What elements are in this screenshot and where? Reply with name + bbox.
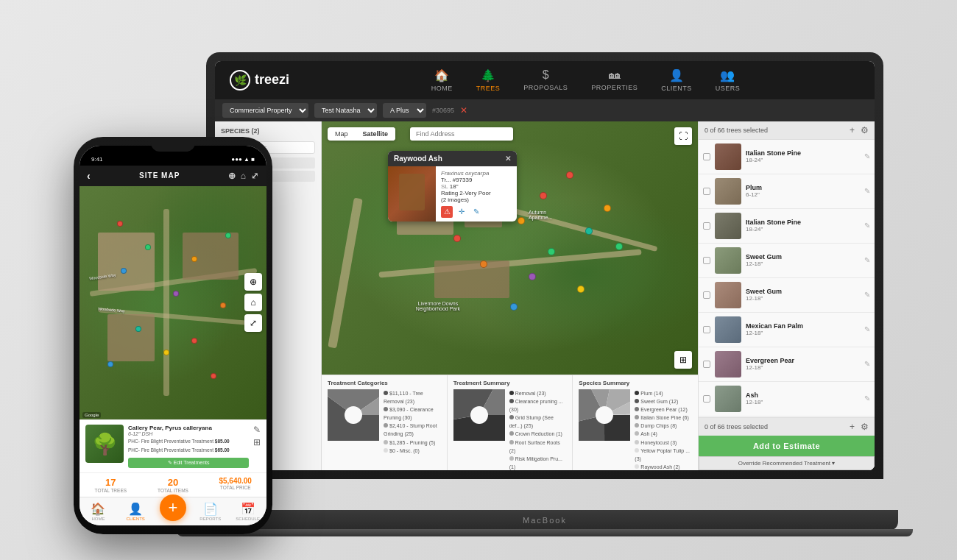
tree-list-item[interactable]: Mexican Fan Palm 12-18" ✎ (699, 313, 875, 347)
nav-trees[interactable]: 🌲 TREES (465, 64, 512, 96)
phone-nav-clients[interactable]: 👤 CLIENTS (117, 497, 155, 525)
phone-nav-home[interactable]: 🏠 HOME (80, 497, 117, 525)
tree-checkbox-4[interactable] (703, 257, 710, 264)
treatment-categories-chart: Treatment Categories (322, 375, 448, 470)
footer-settings-icon[interactable]: ⚙ (861, 422, 869, 432)
tree-size-1: 18-24" (746, 157, 860, 163)
phone-edit-card-icon[interactable]: ✎ (253, 425, 261, 435)
tree-info-6: Mexican Fan Palm 12-18" (746, 322, 860, 336)
tree-checkbox-5[interactable] (703, 291, 710, 299)
tree-list-item[interactable]: Evergreen Pear 12-18" ✎ (699, 347, 875, 382)
phone-map-btn-3[interactable]: ⤢ (244, 314, 262, 332)
tree-edit-6[interactable]: ✎ (864, 325, 870, 333)
phone-building-3 (183, 233, 239, 280)
svg-point-23 (596, 406, 613, 424)
phone-nav-reports[interactable]: 📄 REPORTS (191, 497, 229, 525)
tree-edit-5[interactable]: ✎ (864, 291, 870, 299)
phone-add-button[interactable]: + (160, 495, 186, 521)
tree-info-3: Italian Stone Pine 18-24" (746, 219, 860, 233)
tree-list-item[interactable]: Italian Stone Pine 18-24" ✎ (699, 140, 875, 174)
nav-home[interactable]: 🏠 HOME (420, 64, 465, 96)
footer-add-icon[interactable]: + (850, 422, 855, 432)
tree-list-item[interactable]: Sweet Gum 12-18" ✎ (699, 244, 875, 278)
tree-checkbox-3[interactable] (703, 222, 710, 230)
settings-icon[interactable]: ⚙ (861, 125, 869, 135)
popup-close-icon[interactable]: ✕ (505, 155, 511, 163)
charts-area: Treatment Categories (322, 375, 698, 470)
property-type-select[interactable]: Commercial Property (222, 103, 308, 118)
map-layers-button[interactable]: ⊞ (674, 351, 692, 369)
tree-checkbox-2[interactable] (703, 188, 710, 195)
tree-checkbox-7[interactable] (703, 361, 710, 368)
nav-users[interactable]: 👥 USERS (704, 64, 752, 96)
nav-properties[interactable]: 🏘 PROPERTIES (579, 64, 649, 96)
phone-pin-3[interactable] (121, 268, 127, 274)
tree-pin-7[interactable] (480, 260, 487, 268)
map-tab-map[interactable]: Map (328, 127, 356, 141)
close-job-icon[interactable]: ✕ (460, 105, 467, 116)
tree-pin-11[interactable] (510, 303, 518, 311)
phone-home-icon[interactable]: ⌂ (241, 171, 247, 181)
tree-checkbox-8[interactable] (703, 395, 710, 403)
park-label: Livermore DownsNeighborhood Park (416, 301, 460, 311)
phone-pin-11[interactable] (107, 361, 113, 367)
phone-nav-reports-label: REPORTS (199, 517, 221, 521)
tree-checkbox-1[interactable] (703, 153, 710, 160)
move-icon[interactable]: ✛ (456, 206, 467, 218)
find-address-input[interactable] (410, 127, 513, 141)
map-tab-satellite[interactable]: Satellite (356, 127, 396, 141)
tree-pin-5[interactable] (529, 273, 536, 280)
phone-tree-image (85, 425, 124, 463)
tree-list-item[interactable]: Italian Stone Pine 18-24" ✎ (699, 209, 875, 244)
phone-pin-2[interactable] (145, 244, 151, 250)
phone-back-button[interactable]: ‹ (87, 170, 91, 182)
tree-list-item[interactable]: Sweet Gum 12-18" ✎ (699, 278, 875, 313)
phone-nav-schedule[interactable]: 📅 SCHEDULE (229, 497, 266, 525)
add-to-estimate-button[interactable]: Add to Estimate (699, 436, 875, 456)
tree-edit-4[interactable]: ✎ (864, 256, 870, 264)
phone-map-controls: ⊕ ⌂ ⤢ (244, 273, 262, 332)
tree-pin-6[interactable] (585, 227, 593, 235)
hazard-icon[interactable]: ⚠ (441, 206, 453, 218)
phone-pin-9[interactable] (220, 302, 226, 308)
tree-edit-7[interactable]: ✎ (864, 360, 870, 368)
tree-list-item[interactable]: Plum 6-12" ✎ (699, 174, 875, 209)
tree-pin-10[interactable] (615, 243, 623, 250)
tree-size-6: 12-18" (746, 330, 860, 336)
phone-map-btn-2[interactable]: ⌂ (244, 294, 262, 311)
tree-pin-2[interactable] (518, 217, 525, 224)
phone-signal-icons: ●●● ▲ ■ (231, 156, 255, 163)
phone-location-icon[interactable]: ⊕ (228, 171, 236, 181)
phone-pin-12[interactable] (211, 373, 216, 379)
phone-resize-icon[interactable]: ⤢ (251, 171, 259, 181)
nav-proposals[interactable]: $ PROPOSALS (512, 64, 579, 96)
treatment-summary-legend: Removal (23) Clearance pruning ... (30) … (509, 389, 567, 470)
tree-info-4: Sweet Gum 12-18" (746, 253, 860, 267)
tree-list-item[interactable]: Ash 12-18" ✎ (699, 382, 875, 417)
override-treatment-button[interactable]: Override Recommended Treatment ▾ (699, 456, 875, 470)
phone-pin-7[interactable] (191, 338, 197, 344)
nav-clients[interactable]: 👤 CLIENTS (649, 64, 704, 96)
phone-nav-add-container: + (155, 497, 192, 525)
property-select[interactable]: A Plus (383, 103, 426, 118)
treatment-categories-content: $11,110 - Tree Removal (23) $3,090 - Cle… (328, 389, 441, 456)
tree-info-1: Italian Stone Pine 18-24" (746, 149, 860, 163)
phone-pin-1[interactable] (117, 221, 123, 227)
laptop-bottom (177, 529, 913, 536)
client-select[interactable]: Test Natasha (314, 103, 377, 118)
tree-edit-8[interactable]: ✎ (864, 394, 870, 403)
tree-edit-2[interactable]: ✎ (864, 187, 870, 195)
phone-pin-5[interactable] (173, 291, 179, 297)
fullscreen-button[interactable]: ⛶ (674, 127, 692, 145)
add-tree-button[interactable]: + (850, 125, 855, 135)
proposals-icon: $ (543, 68, 549, 82)
phone-map-btn-1[interactable]: ⊕ (244, 273, 262, 291)
tree-checkbox-6[interactable] (703, 326, 710, 333)
map-tabs: Map Satellite (328, 127, 395, 141)
phone-copy-icon[interactable]: ⊞ (253, 437, 261, 447)
phone-edit-treatments-button[interactable]: ✎ Edit Treatments (128, 458, 249, 468)
tree-edit-3[interactable]: ✎ (864, 221, 870, 230)
edit-icon[interactable]: ✎ (470, 206, 482, 218)
tree-pin-3[interactable] (548, 248, 555, 255)
tree-edit-1[interactable]: ✎ (864, 152, 870, 160)
